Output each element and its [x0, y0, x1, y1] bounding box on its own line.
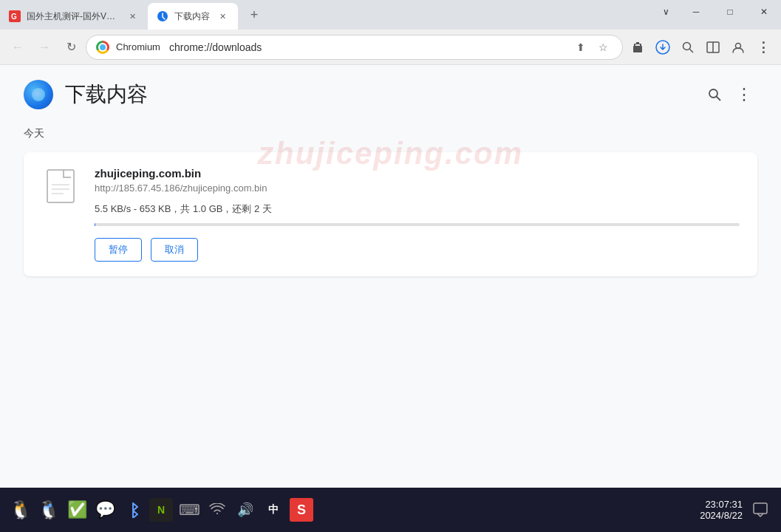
download-button[interactable]	[651, 35, 675, 59]
share-button[interactable]: ⬆	[570, 37, 591, 58]
taskbar-wechat[interactable]: 💬	[93, 498, 117, 522]
watermark-container: zhujiceping.com 今天 zhujicepin	[0, 121, 781, 282]
tab2-close[interactable]: ✕	[216, 10, 229, 23]
extension-button[interactable]	[626, 35, 649, 59]
address-bar[interactable]: Chromium chrome://downloads ⬆ ☆	[86, 35, 623, 60]
download-url: http://185.67.45.186/zhujiceping.com.bin	[95, 183, 740, 194]
svg-line-11	[717, 97, 721, 101]
taskbar: 🐧 🐧 ✅ 💬 N ⌨ 🔊 中 S 23:07:31 2024/8/22	[0, 488, 781, 532]
cancel-button[interactable]: 取消	[151, 238, 198, 262]
svg-rect-12	[47, 170, 74, 202]
download-progress-text: 5.5 KB/s - 653 KB，共 1.0 GB，还剩 2 天	[95, 202, 740, 216]
browser-logo-icon	[95, 40, 110, 55]
chromium-icon	[96, 41, 109, 54]
new-tab-button[interactable]: +	[241, 1, 267, 28]
minimize-button[interactable]: ─	[679, 0, 713, 24]
taskbar-wifi[interactable]	[205, 498, 229, 522]
svg-point-10	[709, 89, 717, 98]
file-icon	[41, 167, 80, 205]
tab-group: G 国外主机测评-国外VPS、国... ✕ 下载内容 ✕ +	[0, 0, 327, 30]
back-button[interactable]: ←	[6, 35, 30, 59]
taskbar-icons: 🐧 🐧 ✅ 💬 N ⌨ 🔊 中 S	[9, 498, 688, 522]
title-bar: G 国外主机测评-国外VPS、国... ✕ 下载内容 ✕ +	[0, 0, 781, 30]
taskbar-check-shield[interactable]: ✅	[65, 498, 89, 522]
taskbar-penguin2[interactable]: 🐧	[37, 498, 61, 522]
taskbar-wps[interactable]: S	[290, 498, 313, 522]
more-menu-button[interactable]: ⋮	[751, 35, 775, 59]
tab1-favicon: G	[9, 10, 21, 22]
svg-text:G: G	[11, 13, 17, 21]
page-search-button[interactable]	[701, 81, 728, 108]
progress-bar-container	[95, 223, 740, 226]
taskbar-penguin1[interactable]: 🐧	[9, 498, 33, 522]
browser-name-label: Chromium	[116, 41, 160, 52]
page-more-button[interactable]: ⋮	[731, 81, 757, 108]
tab-active[interactable]: 下载内容 ✕	[148, 3, 238, 30]
pause-button[interactable]: 暂停	[95, 238, 142, 262]
profile-button[interactable]	[726, 35, 750, 59]
forward-button[interactable]: →	[33, 35, 56, 59]
taskbar-volume[interactable]: 🔊	[233, 498, 257, 522]
page-title: 下载内容	[65, 81, 689, 109]
taskbar-clock[interactable]: 23:07:31 2024/8/22	[700, 499, 743, 521]
search-nav-button[interactable]	[676, 35, 700, 59]
downloads-header: 下载内容 ⋮	[0, 65, 781, 121]
page-content: 下载内容 ⋮ zhujiceping.com 今天	[0, 65, 781, 488]
downloads-logo-icon	[24, 80, 53, 109]
tab2-title: 下载内容	[174, 10, 210, 23]
tab1-close[interactable]: ✕	[126, 10, 139, 23]
svg-rect-17	[754, 503, 767, 514]
taskbar-keyboard[interactable]: ⌨	[177, 498, 201, 522]
progress-bar	[95, 223, 95, 226]
taskbar-nvidia[interactable]: N	[149, 498, 173, 522]
close-button[interactable]: ✕	[747, 0, 781, 24]
downloads-list: 今天 zhujiceping.com.bin http://185	[0, 121, 781, 282]
svg-point-5	[683, 42, 691, 50]
tab-inactive[interactable]: G 国外主机测评-国外VPS、国... ✕	[0, 3, 148, 30]
header-actions: ⋮	[701, 81, 757, 108]
download-actions: 暂停 取消	[95, 238, 740, 262]
svg-point-16	[216, 513, 218, 514]
tab1-title: 国外主机测评-国外VPS、国...	[27, 10, 120, 23]
reload-button[interactable]: ↻	[59, 35, 83, 59]
downloads-logo-inner	[32, 88, 45, 101]
svg-rect-3	[633, 46, 642, 52]
download-filename: zhujiceping.com.bin	[95, 167, 740, 180]
split-view-button[interactable]	[701, 35, 725, 59]
address-actions: ⬆ ☆	[570, 37, 613, 58]
svg-line-6	[690, 49, 694, 52]
download-card: zhujiceping.com.bin http://185.67.45.186…	[24, 152, 757, 276]
toolbar-buttons: ⋮	[626, 35, 775, 59]
taskbar-notification[interactable]	[748, 498, 772, 522]
section-date-label: 今天	[24, 127, 757, 140]
download-info: zhujiceping.com.bin http://185.67.45.186…	[95, 167, 740, 262]
taskbar-ime[interactable]: 中	[262, 498, 285, 522]
nav-bar: ← → ↻ Chromium chrome://downloads ⬆ ☆	[0, 30, 781, 65]
bookmark-button[interactable]: ☆	[593, 37, 613, 58]
url-text: chrome://downloads	[169, 41, 565, 53]
maximize-button[interactable]: □	[713, 0, 747, 24]
chevron-icon[interactable]: ∨	[652, 0, 679, 24]
taskbar-bluetooth[interactable]	[121, 498, 145, 522]
tab2-favicon	[157, 10, 168, 22]
